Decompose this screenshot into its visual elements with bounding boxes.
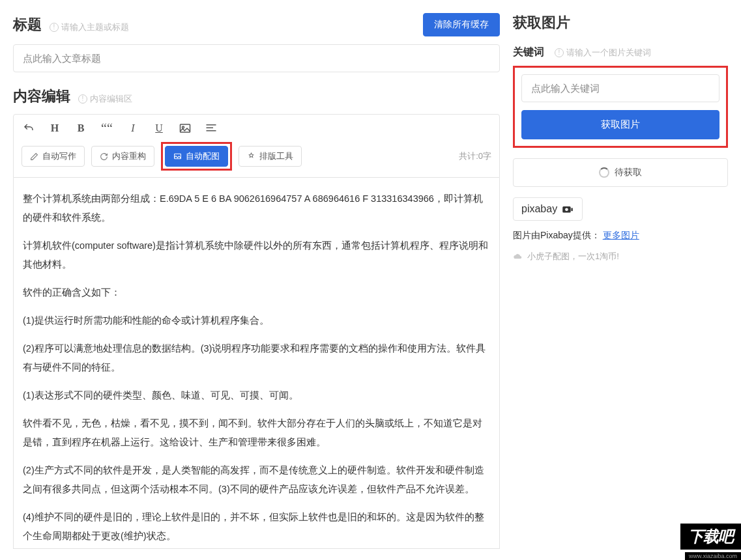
info-icon: ! xyxy=(78,94,87,104)
title-section-label: 标题 xyxy=(13,16,42,33)
watermark: 下载吧 www.xiazaiba.com xyxy=(650,524,741,560)
info-icon: ! xyxy=(50,23,59,32)
more-images-link[interactable]: 更多图片 xyxy=(603,230,639,240)
paragraph: (4)维护不同的硬件是旧的，理论上软件是旧的，并不坏，但实际上软件也是旧的和坏的… xyxy=(23,508,490,546)
layout-tool-button[interactable]: 排版工具 xyxy=(239,146,302,167)
image-icon[interactable] xyxy=(178,121,192,135)
italic-icon[interactable]: I xyxy=(126,121,140,135)
keyword-highlight-box: 获取图片 xyxy=(513,66,728,148)
svg-rect-0 xyxy=(181,124,190,132)
article-title-input[interactable] xyxy=(13,44,500,72)
keyword-hint: ! 请输入一个图片关键词 xyxy=(555,47,651,59)
loading-icon xyxy=(599,167,609,178)
sidebar-title: 获取图片 xyxy=(513,13,728,33)
get-image-button[interactable]: 获取图片 xyxy=(521,110,719,139)
bold-icon[interactable]: B xyxy=(74,121,88,135)
quote-icon[interactable]: ““ xyxy=(100,121,114,135)
camera-icon xyxy=(561,204,574,214)
paragraph: (2)程序可以满意地处理信息的数据结构。(3)说明程序功能要求和程序需要的文档的… xyxy=(23,339,490,377)
footer-note: 小虎子配图，一次1淘币! xyxy=(513,251,728,262)
align-icon[interactable] xyxy=(204,121,218,135)
paragraph: (1)提供运行时所需功能和性能的命令或计算机程序集合。 xyxy=(23,311,490,330)
auto-image-button[interactable]: 自动配图 xyxy=(165,146,228,167)
paragraph: 整个计算机系统由两部分组成：E.69DA 5 E 6 BA 9062616964… xyxy=(23,189,490,227)
clear-cache-button[interactable]: 清除所有缓存 xyxy=(423,13,500,36)
title-hint: ! 请输入主题或标题 xyxy=(50,21,129,33)
auto-write-button[interactable]: 自动写作 xyxy=(22,146,85,167)
keyword-label: 关键词 xyxy=(513,46,544,59)
rebuild-button[interactable]: 内容重构 xyxy=(91,146,154,167)
paragraph: 软件的正确含义如下： xyxy=(23,283,490,302)
svg-point-7 xyxy=(565,208,568,211)
paragraph: 计算机软件(computer software)是指计算机系统中除硬件以外的所有… xyxy=(23,236,490,274)
svg-point-1 xyxy=(182,126,184,128)
pending-button[interactable]: 待获取 xyxy=(513,158,728,187)
paragraph: 软件看不见，无色，枯燥，看不见，摸不到，闻不到。软件大部分存在于人们的头脑或纸上… xyxy=(23,414,490,452)
heading-icon[interactable]: H xyxy=(48,121,62,135)
cloud-icon xyxy=(513,253,523,260)
underline-icon[interactable]: U xyxy=(152,121,166,135)
paragraph: (1)表达形式不同的硬件类型、颜色、味道、可见、可摸、可闻。 xyxy=(23,386,490,405)
content-section-label: 内容编辑 xyxy=(13,88,70,104)
word-count: 共计:0字 xyxy=(459,150,491,162)
info-icon: ! xyxy=(555,48,564,57)
undo-icon[interactable] xyxy=(22,121,36,135)
keyword-input[interactable] xyxy=(521,74,719,102)
svg-rect-8 xyxy=(572,208,573,211)
pixabay-logo: pixabay xyxy=(513,197,583,221)
content-hint: ! 内容编辑区 xyxy=(78,93,132,105)
auto-image-highlight: 自动配图 xyxy=(161,142,232,171)
editor-content[interactable]: 整个计算机系统由两部分组成：E.69DA 5 E 6 BA 9062616964… xyxy=(13,178,500,549)
paragraph: (2)生产方式不同的软件是开发，是人类智能的高发挥，而不是传统意义上的硬件制造。… xyxy=(23,461,490,499)
image-credit: 图片由Pixabay提供： 更多图片 xyxy=(513,230,728,242)
